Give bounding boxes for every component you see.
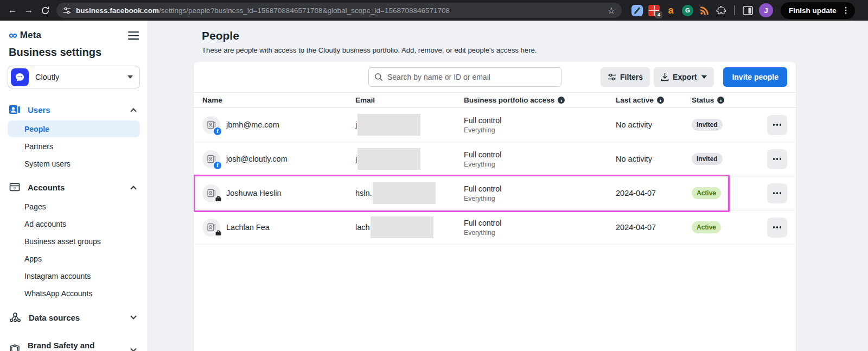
- data-sources-icon: [9, 311, 22, 323]
- table-row[interactable]: Lachlan Fea lach Full controlEverything …: [194, 210, 796, 245]
- grid-extension-icon[interactable]: 4: [648, 5, 660, 16]
- info-icon[interactable]: [717, 97, 724, 104]
- chevron-down-icon: [701, 75, 707, 79]
- info-icon[interactable]: [657, 97, 664, 104]
- last-active: 2024-04-07: [616, 223, 692, 232]
- facebook-badge-icon: [214, 127, 221, 135]
- status-badge: Invited: [692, 119, 723, 131]
- access-level: Full control: [464, 184, 616, 193]
- sidebar-item-whatsapp-accounts[interactable]: WhatsApp Accounts: [8, 285, 140, 302]
- sidebar-item-partners[interactable]: Partners: [8, 138, 140, 155]
- filters-icon: [608, 73, 616, 81]
- bookmark-star-icon[interactable]: [608, 5, 615, 16]
- email-prefix: lach: [355, 223, 370, 232]
- browser-profile-avatar[interactable]: J: [759, 3, 773, 17]
- search-icon: [374, 73, 383, 81]
- business-name: Cloutly: [35, 73, 59, 81]
- email-prefix: j: [355, 155, 357, 163]
- access-detail: Everything: [464, 161, 616, 168]
- business-selector[interactable]: Cloutly: [8, 66, 140, 88]
- more-options-button[interactable]: [767, 218, 787, 238]
- person-name: jbmh@me.com: [226, 120, 279, 129]
- redacted-email: [371, 216, 433, 238]
- meta-infinity-icon: ∞: [9, 31, 17, 40]
- sidebar-item-people[interactable]: People: [8, 120, 140, 137]
- table-row[interactable]: josh@cloutly.com j Full controlEverythin…: [194, 142, 796, 176]
- avatar: [202, 184, 220, 202]
- table-body: jbmh@me.com j Full controlEverything No …: [194, 108, 796, 245]
- access-detail: Everything: [464, 126, 616, 134]
- search-input[interactable]: [368, 67, 561, 87]
- info-icon[interactable]: [558, 97, 565, 104]
- cloutly-logo-icon: [11, 68, 29, 86]
- person-name: josh@cloutly.com: [226, 155, 288, 163]
- toolbar-divider: [734, 5, 735, 15]
- download-icon: [661, 73, 669, 81]
- avatar: [202, 116, 220, 134]
- chevron-up-icon: [130, 186, 136, 192]
- address-bar[interactable]: business.facebook.com/settings/people?bu…: [56, 3, 622, 18]
- sidebar-item-ad-accounts[interactable]: Ad accounts: [8, 215, 140, 232]
- sidebar-item-pages[interactable]: Pages: [8, 198, 140, 215]
- access-level: Full control: [464, 116, 616, 125]
- amazon-extension-icon[interactable]: [665, 5, 676, 16]
- table-toolbar: Filters Export Invite people: [194, 62, 796, 92]
- avatar: [202, 219, 220, 237]
- email-prefix: j: [355, 120, 357, 129]
- page-title-business-settings: Business settings: [9, 46, 139, 59]
- person-name: Lachlan Fea: [226, 223, 270, 232]
- sidebar-section-accounts[interactable]: Accounts: [8, 177, 140, 197]
- reload-icon[interactable]: [38, 3, 52, 17]
- finish-update-button[interactable]: Finish update: [781, 2, 855, 19]
- redacted-email: [358, 148, 420, 170]
- section-label: Data sources: [29, 313, 80, 322]
- chrome-menu-icon[interactable]: [842, 5, 850, 15]
- extensions-puzzle-icon[interactable]: [716, 5, 727, 16]
- redacted-email: [373, 182, 436, 204]
- column-header-status: Status: [692, 96, 756, 104]
- filters-label: Filters: [620, 73, 643, 81]
- sidebar-section-data-sources[interactable]: Data sources: [8, 307, 140, 328]
- business-badge-icon: [215, 229, 221, 238]
- export-button[interactable]: Export: [654, 67, 714, 87]
- column-header-last-active: Last active: [616, 96, 692, 104]
- more-options-button[interactable]: [767, 149, 787, 169]
- access-level: Full control: [464, 219, 616, 227]
- meta-logo: ∞ Meta: [9, 30, 41, 41]
- side-panel-icon[interactable]: [742, 5, 754, 16]
- extension-badge: 4: [655, 11, 662, 18]
- sidebar-item-business-asset-groups[interactable]: Business asset groups: [8, 233, 140, 250]
- grammarly-extension-icon[interactable]: [682, 5, 693, 16]
- users-icon: [9, 104, 21, 115]
- sidebar-item-apps[interactable]: Apps: [8, 250, 140, 267]
- status-badge: Active: [692, 221, 721, 233]
- shield-icon: [9, 344, 21, 351]
- filters-button[interactable]: Filters: [601, 67, 650, 87]
- url-host: business.facebook.com: [76, 7, 159, 15]
- invite-people-button[interactable]: Invite people: [723, 67, 787, 87]
- more-options-button[interactable]: [767, 183, 787, 203]
- section-label: Accounts: [28, 183, 65, 192]
- back-icon[interactable]: ←: [5, 3, 20, 17]
- status-badge: Invited: [692, 153, 723, 165]
- site-settings-icon[interactable]: [63, 7, 71, 15]
- access-level: Full control: [464, 150, 616, 159]
- avatar: [202, 150, 220, 168]
- table-row[interactable]: jbmh@me.com j Full controlEverything No …: [194, 108, 796, 142]
- more-options-button[interactable]: [767, 115, 787, 135]
- redacted-email: [358, 114, 420, 136]
- invite-people-label: Invite people: [732, 73, 778, 81]
- accounts-box-icon: [9, 182, 21, 193]
- sidebar-section-users[interactable]: Users: [8, 99, 140, 120]
- sidebar-item-instagram-accounts[interactable]: Instagram accounts: [8, 267, 140, 284]
- people-table-card: Filters Export Invite people: [194, 62, 796, 351]
- sidebar-item-system-users[interactable]: System users: [8, 155, 140, 172]
- table-row-highlighted[interactable]: Joshuwa Heslin hsln. Full controlEveryth…: [194, 176, 796, 210]
- hamburger-menu-icon[interactable]: [128, 31, 139, 40]
- pen-extension-icon[interactable]: [631, 5, 643, 16]
- last-active: 2024-04-07: [616, 189, 692, 197]
- rss-extension-icon[interactable]: [699, 5, 710, 16]
- page-heading: People: [202, 29, 796, 42]
- sidebar-section-brand-safety[interactable]: Brand Safety and Suitabi…: [8, 336, 140, 351]
- forward-icon[interactable]: →: [22, 3, 36, 17]
